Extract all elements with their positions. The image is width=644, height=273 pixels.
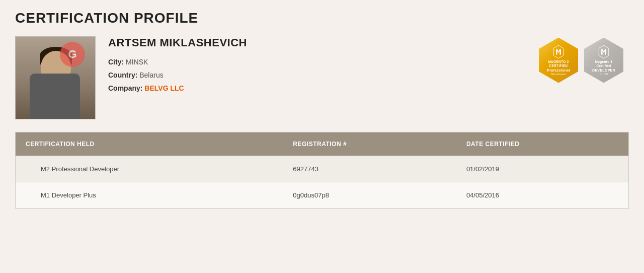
reg-num-cell: 6927743 xyxy=(283,156,456,182)
country-value: Belarus xyxy=(139,71,163,79)
m1-logo-icon xyxy=(597,45,611,59)
badge-m2: MAGENTO 2 CERTIFIED Professional Develop… xyxy=(538,36,579,84)
avatar: G xyxy=(15,36,96,119)
city-label: City: xyxy=(108,58,124,66)
cert-table: CERTIFICATION HELD REGISTRATION # DATE C… xyxy=(15,132,629,209)
cert-name-cell: M2 Professional Developer xyxy=(16,156,283,182)
company-logo: G xyxy=(60,42,85,67)
m1-badge-line3: DEVELOPER xyxy=(592,69,615,73)
m2-logo-icon xyxy=(551,45,566,59)
date-cell: 04/05/2016 xyxy=(456,182,629,209)
m1-badge-line1: Magento 1 xyxy=(595,60,613,64)
col-header-cert: CERTIFICATION HELD xyxy=(16,132,283,156)
page-title: CERTIFICATION PROFILE xyxy=(15,10,629,26)
profile-section: G ARTSEM MIKLASHEVICH City: MINSK Countr… xyxy=(15,36,629,119)
table-body: M2 Professional Developer692774301/02/20… xyxy=(16,156,629,209)
table-row: M1 Developer Plus0g0dus07p804/05/2016 xyxy=(16,182,629,209)
table-header-row: CERTIFICATION HELD REGISTRATION # DATE C… xyxy=(16,132,629,156)
table-header: CERTIFICATION HELD REGISTRATION # DATE C… xyxy=(16,132,629,156)
m1-badge-line2: Certified xyxy=(596,64,611,68)
table-row: M2 Professional Developer692774301/02/20… xyxy=(16,156,629,182)
date-cell: 01/02/2019 xyxy=(456,156,629,182)
country-row: Country: Belarus xyxy=(108,70,538,81)
person-name: ARTSEM MIKLASHEVICH xyxy=(108,36,538,49)
company-link[interactable]: BELVG LLC xyxy=(144,84,184,92)
m2-badge-line2: CERTIFIED xyxy=(549,64,568,68)
reg-num-cell: 0g0dus07p8 xyxy=(283,182,456,209)
m2-badge-line3: Professional xyxy=(547,69,570,73)
company-label: Company: xyxy=(108,84,142,92)
cert-name-cell: M1 Developer Plus xyxy=(16,182,283,209)
city-row: City: MINSK xyxy=(108,57,538,67)
col-header-reg: REGISTRATION # xyxy=(283,132,456,156)
city-value: MINSK xyxy=(126,58,148,66)
m1-badge-line4: PLUS xyxy=(600,73,608,76)
badge-m1: Magento 1 Certified DEVELOPER PLUS xyxy=(584,36,624,84)
m2-badge-line1: MAGENTO 2 xyxy=(548,60,569,64)
badges-section: MAGENTO 2 CERTIFIED Professional Develop… xyxy=(538,36,629,84)
col-header-date: DATE CERTIFIED xyxy=(456,132,629,156)
profile-info: ARTSEM MIKLASHEVICH City: MINSK Country:… xyxy=(108,36,538,96)
company-row: Company: BELVG LLC xyxy=(108,83,538,94)
m2-badge-line4: Developer xyxy=(551,73,566,76)
page-wrapper: CERTIFICATION PROFILE G ARTSEM MIKLASHEV… xyxy=(0,0,644,219)
country-label: Country: xyxy=(108,71,137,79)
